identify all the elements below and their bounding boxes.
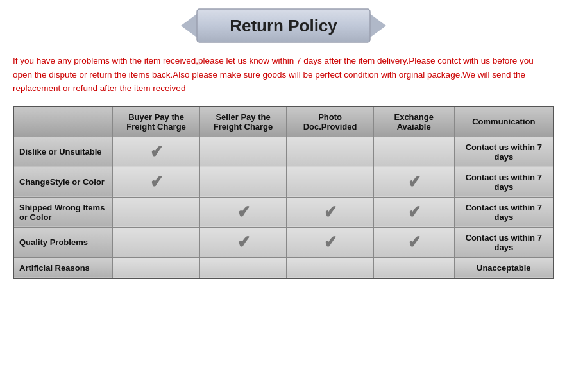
buyer-cell: ✔: [113, 137, 199, 167]
buyer-cell: [113, 197, 199, 227]
table-row: Dislike or Unsuitable✔Contact us within …: [13, 137, 554, 167]
banner-background: Return Policy: [181, 6, 386, 45]
checkmark-icon: ✔: [324, 203, 337, 221]
header-buyer: Buyer Pay the Freight Charge: [113, 107, 199, 137]
seller-cell: [199, 257, 286, 278]
communication-cell: Contact us within 7 days: [454, 167, 554, 197]
seller-cell: [199, 167, 286, 197]
table-row: Shipped Wrong Items or Color✔✔✔Contact u…: [13, 197, 554, 227]
communication-cell: Contact us within 7 days: [454, 197, 554, 227]
photo-cell: [287, 167, 373, 197]
exchange-cell: ✔: [373, 197, 454, 227]
photo-cell: [287, 257, 373, 278]
header-seller: Seller Pay the Freight Charge: [199, 107, 286, 137]
photo-cell: [287, 137, 373, 167]
exchange-cell: ✔: [373, 167, 454, 197]
checkmark-icon: ✔: [237, 234, 250, 251]
buyer-cell: [113, 257, 199, 278]
header-communication: Communication: [454, 107, 554, 137]
communication-cell: Contact us within 7 days: [454, 137, 554, 167]
buyer-cell: ✔: [113, 167, 199, 197]
header-empty: [13, 107, 113, 137]
seller-cell: ✔: [199, 197, 286, 227]
page-title: Return Policy: [230, 16, 337, 36]
table-row: Artificial ReasonsUnacceptable: [13, 257, 554, 278]
checkmark-icon: ✔: [407, 173, 420, 191]
seller-cell: ✔: [199, 227, 286, 257]
buyer-cell: [113, 227, 199, 257]
table-row: Quality Problems✔✔✔Contact us within 7 d…: [13, 227, 554, 257]
header-photo: Photo Doc.Provided: [287, 107, 373, 137]
checkmark-icon: ✔: [237, 203, 250, 221]
banner-wrapper: Return Policy: [13, 6, 554, 45]
exchange-cell: [373, 137, 454, 167]
seller-cell: [199, 137, 286, 167]
banner: Return Policy: [181, 6, 386, 45]
header-exchange: Exchange Avaiable: [373, 107, 454, 137]
communication-cell: Unacceptable: [454, 257, 554, 278]
return-policy-table: Buyer Pay the Freight Charge Seller Pay …: [13, 106, 554, 279]
row-label: ChangeStyle or Color: [13, 167, 113, 197]
checkmark-icon: ✔: [324, 234, 337, 251]
row-label: Dislike or Unsuitable: [13, 137, 113, 167]
row-label: Shipped Wrong Items or Color: [13, 197, 113, 227]
checkmark-icon: ✔: [407, 234, 420, 251]
photo-cell: ✔: [287, 227, 373, 257]
checkmark-icon: ✔: [150, 143, 163, 161]
row-label: Quality Problems: [13, 227, 113, 257]
exchange-cell: ✔: [373, 227, 454, 257]
row-label: Artificial Reasons: [13, 257, 113, 278]
exchange-cell: [373, 257, 454, 278]
policy-description: If you have any problems with the item r…: [13, 54, 554, 96]
table-header-row: Buyer Pay the Freight Charge Seller Pay …: [13, 107, 554, 137]
photo-cell: ✔: [287, 197, 373, 227]
table-row: ChangeStyle or Color✔✔Contact us within …: [13, 167, 554, 197]
checkmark-icon: ✔: [150, 173, 163, 191]
communication-cell: Contact us within 7 days: [454, 227, 554, 257]
checkmark-icon: ✔: [407, 203, 420, 221]
